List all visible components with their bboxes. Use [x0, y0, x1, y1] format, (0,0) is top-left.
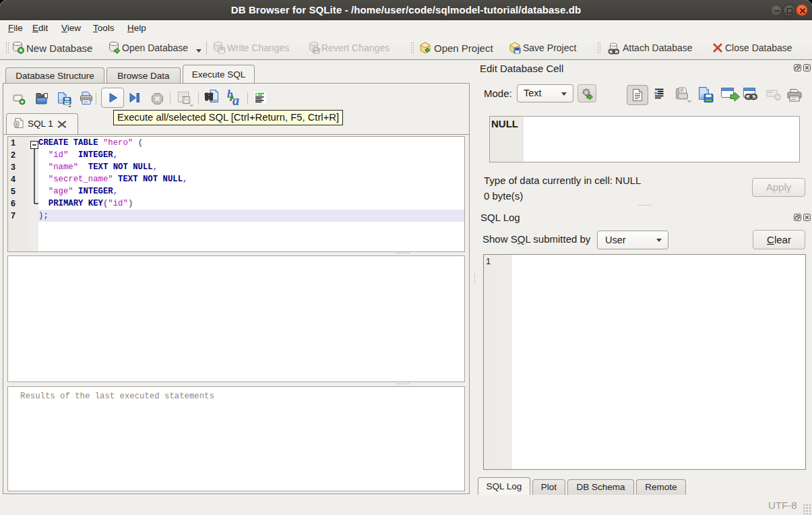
svg-text:a: a	[232, 93, 239, 106]
